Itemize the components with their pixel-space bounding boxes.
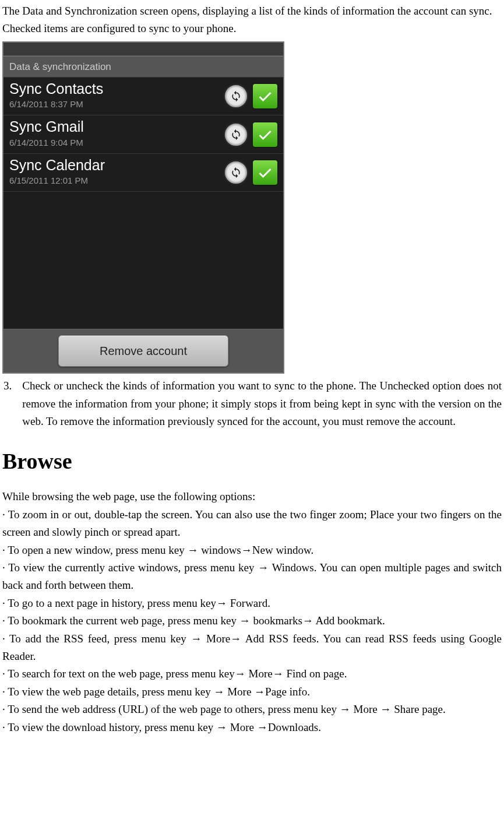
text-part: Add bookmark.: [313, 614, 385, 627]
bullet-active-windows: · To view the currently active windows, …: [2, 559, 502, 595]
arrow-icon: →: [213, 686, 224, 698]
sync-row-gmail[interactable]: Sync Gmail 6/14/2011 9:04 PM: [3, 115, 283, 154]
text-part: New window.: [252, 544, 313, 556]
sync-row-text: Sync Gmail 6/14/2011 9:04 PM: [9, 119, 225, 150]
section-header: Data & synchronization: [3, 56, 283, 78]
sync-title: Sync Contacts: [9, 81, 225, 97]
text-part: Find on page.: [284, 667, 347, 680]
text-part: Share page.: [391, 703, 445, 715]
text-part: · To view the currently active windows, …: [2, 561, 258, 574]
browse-intro: While browsing the web page, use the fol…: [2, 488, 502, 505]
arrow-icon: →: [239, 614, 251, 627]
sync-time: 6/15/2011 12:01 PM: [9, 174, 225, 188]
intro-paragraph-2: Checked items are configured to sync to …: [2, 20, 502, 37]
bullet-find: · To search for text on the web page, pr…: [2, 665, 502, 683]
sync-title: Sync Gmail: [9, 119, 225, 135]
arrow-icon: →: [340, 703, 351, 715]
text-part: Forward.: [227, 597, 270, 609]
text-part: More: [246, 667, 273, 680]
arrow-icon: →: [235, 667, 246, 680]
sync-icon: [225, 85, 247, 107]
bullet-page-info: · To view the web page details, press me…: [2, 683, 502, 701]
text-part: · To view the web page details, press me…: [2, 686, 213, 698]
sync-time: 6/14/2011 9:04 PM: [9, 136, 225, 150]
screenshot-empty-area: [3, 192, 283, 329]
bullet-rss: · To add the RSS feed, press menu key → …: [2, 630, 502, 666]
arrow-icon: →: [216, 597, 227, 609]
bullet-downloads: · To view the download history, press me…: [2, 719, 502, 736]
button-bar: Remove account: [3, 329, 283, 372]
text-part: · To search for text on the web page, pr…: [2, 667, 235, 680]
sync-title: Sync Calendar: [9, 157, 225, 174]
arrow-icon: →: [254, 686, 265, 698]
arrow-icon: →: [257, 721, 268, 733]
android-screenshot: Data & synchronization Sync Contacts 6/1…: [2, 41, 284, 374]
text-part: bookmarks: [251, 614, 302, 627]
arrow-icon: →: [230, 632, 241, 645]
sync-row-text: Sync Calendar 6/15/2011 12:01 PM: [9, 157, 225, 188]
step-3: 3. Check or uncheck the kinds of informa…: [2, 377, 502, 430]
text-part: · To go to a next page in history, press…: [2, 597, 216, 609]
bullet-share: · To send the web address (URL) of the w…: [2, 701, 502, 718]
sync-icon: [225, 161, 247, 184]
remove-account-button[interactable]: Remove account: [58, 335, 228, 367]
arrow-icon: →: [273, 667, 284, 680]
sync-time: 6/14/2011 8:37 PM: [9, 97, 225, 111]
text-part: More: [351, 703, 380, 715]
browse-heading: Browse: [2, 444, 502, 479]
text-part: Page info.: [265, 686, 310, 698]
arrow-icon: →: [302, 614, 313, 627]
arrow-icon: →: [258, 561, 269, 574]
arrow-icon: →: [380, 703, 391, 715]
text-part: Downloads.: [268, 721, 321, 733]
text-part: windows: [198, 544, 241, 556]
sync-row-text: Sync Contacts 6/14/2011 8:37 PM: [9, 81, 225, 112]
text-part: More: [202, 632, 230, 645]
arrow-icon: →: [187, 544, 198, 556]
status-bar: [3, 43, 283, 56]
text-part: · To add the RSS feed, press menu key: [2, 632, 191, 645]
text-part: More: [224, 686, 254, 698]
step-number: 3.: [2, 377, 12, 430]
sync-row-contacts[interactable]: Sync Contacts 6/14/2011 8:37 PM: [3, 78, 283, 116]
bullet-zoom: · To zoom in or out, double-tap the scre…: [2, 506, 502, 542]
checkbox-checked[interactable]: [253, 84, 277, 108]
text-part: · To view the download history, press me…: [2, 721, 216, 733]
arrow-icon: →: [241, 544, 252, 556]
sync-icon: [225, 124, 247, 146]
intro-paragraph-1: The Data and Synchronization screen open…: [2, 2, 502, 20]
text-part: · To open a new window, press menu key: [2, 544, 187, 556]
bullet-forward: · To go to a next page in history, press…: [2, 595, 502, 612]
checkbox-checked[interactable]: [253, 122, 277, 147]
text-part: · To send the web address (URL) of the w…: [2, 703, 340, 715]
checkbox-checked[interactable]: [253, 160, 277, 185]
arrow-icon: →: [216, 721, 227, 733]
bullet-new-window: · To open a new window, press menu key →…: [2, 542, 502, 559]
text-part: More: [227, 721, 257, 733]
text-part: · To bookmark the current web page, pres…: [2, 614, 239, 627]
step-text: Check or uncheck the kinds of informatio…: [22, 377, 502, 430]
sync-row-calendar[interactable]: Sync Calendar 6/15/2011 12:01 PM: [3, 154, 283, 192]
document-page: The Data and Synchronization screen open…: [0, 0, 504, 741]
arrow-icon: →: [191, 632, 202, 645]
bullet-bookmark: · To bookmark the current web page, pres…: [2, 612, 502, 630]
